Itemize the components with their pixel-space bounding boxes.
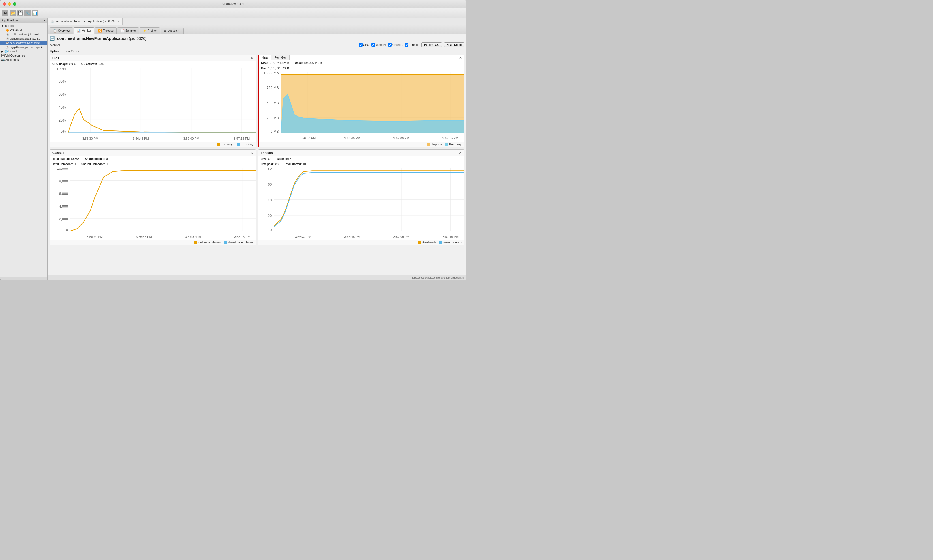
daemon-threads-legend-label: Daemon threads (443, 241, 462, 244)
svg-text:0: 0 (270, 228, 272, 232)
tab-threads[interactable]: 🔀 Threads (95, 28, 117, 34)
heap-chart-close[interactable]: ✕ (459, 56, 462, 60)
sidebar-bottom (0, 277, 47, 280)
remote-icon: 🌐 (4, 50, 8, 53)
tab-overview[interactable]: 📋 Overview (50, 28, 73, 34)
memory-checkbox-label[interactable]: Memory (372, 43, 386, 47)
heap-tab-permgen[interactable]: PermGen (271, 55, 290, 60)
toolbar-icon-1[interactable]: 🖥 (2, 10, 8, 16)
cpu-checkbox-label[interactable]: CPU (359, 43, 369, 47)
close-button[interactable] (3, 2, 6, 6)
sidebar-item-intellij[interactable]: ☕ IntelliJ Platform (pid 2080) (0, 32, 47, 37)
total-started-stat: Total started: 103 (284, 163, 307, 166)
sidebar-item-label: VM Coredumps (5, 54, 25, 57)
sidebar-tree: ▼ 🖥 Local 🔶 VisualVM ☕ IntelliJ Platform… (0, 23, 47, 277)
sidebar-item-remote[interactable]: ▶ 🌐 Remote (0, 49, 47, 54)
monitor-title-bar: 🔄 com.newframe.NewFrameApplication (pid … (50, 36, 464, 41)
heap-tab-heap[interactable]: Heap (259, 55, 271, 60)
sidebar-item-coredumps[interactable]: 💾 VM Coredumps (0, 54, 47, 58)
snapshots-icon: 📷 (1, 58, 5, 62)
svg-text:3:57:15 PM: 3:57:15 PM (234, 137, 250, 140)
toolbar-icon-2[interactable]: 📂 (9, 10, 16, 16)
sidebar-item-launcher[interactable]: ☕ org.jetbrains.jps.cmd... (pid 6319) (0, 45, 47, 49)
cpu-chart-svg: 100% 80% 60% 40% 20% 0% 3:56:30 PM 3:56:… (50, 68, 256, 142)
threads-checkbox[interactable] (405, 43, 409, 47)
sidebar-item-local[interactable]: ▼ 🖥 Local (0, 24, 47, 28)
tab-visual-gc[interactable]: 🗑 Visual GC (160, 28, 184, 34)
cpu-chart-close[interactable]: ✕ (250, 56, 253, 60)
toolbar-icon-5[interactable]: 📊 (32, 10, 38, 16)
sidebar-close-icon[interactable]: × (44, 19, 46, 22)
heap-used-stat: Used: 197,096,440 B (295, 62, 322, 65)
svg-text:3:57:00 PM: 3:57:00 PM (393, 235, 409, 238)
coredumps-icon: 💾 (1, 54, 5, 57)
app-icon: ☕ (6, 46, 9, 49)
perform-gc-button[interactable]: Perform GC (421, 42, 442, 47)
cpu-usage-label: CPU usage: (52, 63, 68, 66)
used-heap-legend-box (445, 143, 448, 146)
classes-checkbox[interactable] (388, 43, 392, 47)
overview-icon: 📋 (53, 29, 57, 32)
sidebar-item-snapshots[interactable]: 📷 Snapshots (0, 58, 47, 62)
svg-text:80%: 80% (59, 79, 66, 83)
nav-tab-bar: 📋 Overview 📊 Monitor 🔀 Threads 📈 Sampler… (48, 25, 467, 34)
svg-text:500 MB: 500 MB (266, 101, 279, 105)
svg-text:3:57:00 PM: 3:57:00 PM (183, 137, 199, 140)
sidebar-item-visualvm[interactable]: 🔶 VisualVM (0, 28, 47, 32)
tab-sampler[interactable]: 📈 Sampler (117, 28, 139, 34)
heap-chart-stats2: Max: 1,073,741,824 B (259, 66, 464, 71)
classes-label: Classes (392, 43, 403, 46)
doc-tab-label: com.newframe.NewFrameApplication (pid 63… (55, 20, 116, 23)
classes-checkbox-label[interactable]: Classes (388, 43, 403, 47)
sidebar-item-label: IntelliJ Platform (pid 2080) (10, 33, 40, 36)
tab-monitor[interactable]: 📊 Monitor (74, 28, 94, 34)
refresh-icon: 🔄 (50, 36, 55, 41)
minimize-button[interactable] (8, 2, 11, 6)
expand-icon: ▼ (1, 24, 4, 28)
doc-tab-close[interactable]: × (118, 20, 119, 23)
doc-tab-newframe[interactable]: ☕ com.newframe.NewFrameApplication (pid … (48, 18, 123, 25)
cpu-usage-legend-label: CPU usage (221, 143, 234, 146)
sampler-icon: 📈 (120, 29, 124, 32)
threads-checkbox-label[interactable]: Threads (405, 43, 419, 47)
sidebar-item-label: Local (8, 24, 15, 28)
window-title: VisualVM 1.4.1 (222, 2, 244, 6)
heap-dump-button[interactable]: Heap Dump (444, 42, 464, 47)
memory-checkbox[interactable] (372, 43, 375, 47)
svg-text:40%: 40% (59, 105, 66, 109)
svg-text:3:57:00 PM: 3:57:00 PM (185, 235, 201, 238)
toolbar-icon-4[interactable]: 🔧 (24, 10, 31, 16)
threads-chart-body: 80 60 40 20 0 3:56:30 PM 3:56:45 PM 3:57… (258, 167, 464, 240)
memory-label: Memory (376, 43, 386, 46)
monitor-section-label: Monitor (50, 43, 60, 47)
app-icon: ☕ (6, 41, 9, 45)
heap-chart-legend: Heap size Used heap (259, 142, 464, 146)
svg-text:3:56:30 PM: 3:56:30 PM (300, 137, 316, 140)
heap-used-label: Used: (295, 62, 303, 65)
maximize-button[interactable] (13, 2, 16, 6)
live-stat: Live: 84 (261, 157, 271, 160)
sidebar-item-maven[interactable]: ☕ org.jetbrains.idea.maven... (0, 37, 47, 41)
heap-max-value: 1,073,741,824 B (268, 67, 289, 70)
cpu-chart-stats: CPU usage: 0.0% GC activity: 0.0% (50, 62, 256, 67)
threads-chart-panel: Threads ✕ Live: 84 Daemon: 81 (258, 149, 464, 245)
tab-monitor-label: Monitor (82, 29, 91, 32)
cpu-checkbox[interactable] (359, 43, 362, 47)
gc-activity-label: GC activity: (81, 63, 97, 66)
main-content: Applications × ▼ 🖥 Local 🔶 VisualVM ☕ In… (0, 18, 467, 280)
sidebar-item-newframe[interactable]: ☕ com.newframe.NewFrame... (pid 6320) (0, 41, 47, 45)
status-bar: https://docs.oracle.com/en/VisualVM/docs… (48, 275, 467, 280)
svg-text:40: 40 (268, 198, 272, 202)
classes-chart-close[interactable]: ✕ (250, 151, 253, 155)
daemon-stat: Daemon: 81 (277, 157, 293, 160)
svg-text:60%: 60% (59, 92, 66, 97)
threads-chart-close[interactable]: ✕ (459, 151, 462, 155)
classes-chart-legend: Total loaded classes Shared loaded class… (50, 240, 256, 245)
toolbar-icon-3[interactable]: 💾 (17, 10, 23, 16)
svg-text:2,000: 2,000 (59, 217, 68, 221)
app-icon: ☕ (6, 33, 9, 36)
charts-grid: CPU ✕ CPU usage: 0.0% GC activity: 0.0% (50, 55, 464, 245)
sidebar-item-label: VisualVM (10, 29, 22, 32)
svg-text:100%: 100% (57, 68, 66, 71)
tab-profiler[interactable]: ⚡ Profiler (140, 28, 160, 34)
